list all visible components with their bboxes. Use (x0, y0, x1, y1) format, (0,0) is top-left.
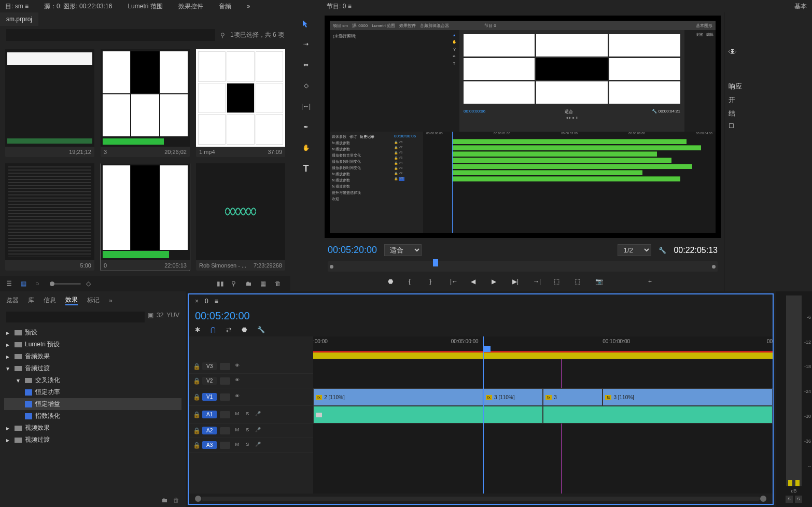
fx-yuv-icon[interactable]: YUV (166, 312, 179, 322)
record-icon[interactable]: 🎤 (254, 427, 261, 434)
thumb-size-slider[interactable] (50, 283, 81, 285)
icon-view-icon[interactable]: ▦ (21, 280, 30, 287)
razor-tool-icon[interactable]: ◇ (300, 80, 312, 91)
program-monitor[interactable]: 项目 sm源: 0000Lumetri 范围效果控件音频剪辑混合器 节目 0 基… (325, 16, 721, 238)
snap-icon[interactable]: ⋂ (211, 326, 219, 334)
mute-icon[interactable]: M (233, 411, 241, 418)
slip-tool-icon[interactable]: |↔| (300, 101, 312, 112)
lock-icon[interactable]: 🔒 (193, 411, 199, 418)
solo-icon[interactable]: S (244, 442, 251, 449)
settings-icon[interactable]: 🔧 (659, 247, 666, 254)
tab-library[interactable]: 库 (28, 296, 34, 305)
tab-audio[interactable]: 音频 (219, 2, 231, 11)
tree-node[interactable]: ▸视频过渡 (4, 434, 181, 446)
button-editor-icon[interactable]: + (648, 278, 657, 287)
project-search-input[interactable] (6, 29, 215, 41)
project-item[interactable]: Rob Simonsen - ...7:23:29268 (196, 163, 285, 271)
marker-icon[interactable]: ⬣ (242, 326, 250, 334)
search-icon[interactable]: ⚲ (220, 32, 225, 39)
tree-leaf[interactable]: 恒定功率 (4, 386, 181, 398)
export-frame-icon[interactable]: 📷 (595, 278, 605, 287)
tab-lumetri[interactable]: Lumetri 范围 (128, 2, 162, 11)
tree-node[interactable]: ▸音频效果 (4, 350, 181, 362)
program-scrubber[interactable] (328, 261, 718, 272)
solo-right-button[interactable]: S (795, 496, 802, 503)
program-timecode[interactable]: 00:05:20:00 (328, 245, 377, 256)
video-clip[interactable]: fx3 [110%] (483, 388, 543, 406)
pen-tool-icon[interactable]: ✒ (300, 121, 312, 133)
track-target[interactable]: V1 (202, 393, 217, 401)
close-sequence-icon[interactable]: × (195, 298, 199, 305)
video-clip[interactable]: fx3 [110%] (603, 388, 773, 406)
video-clip[interactable]: fx3 (543, 388, 603, 406)
track-target[interactable]: A2 (202, 427, 217, 434)
track-target[interactable]: A1 (202, 411, 217, 418)
project-item[interactable]: 022:05:13 (101, 163, 190, 271)
sync-lock-icon[interactable] (220, 442, 230, 449)
track-target[interactable]: A3 (202, 441, 217, 449)
tab-program[interactable]: 节目: 0 ≡ (327, 2, 352, 11)
extract-icon[interactable]: ⬚ (575, 278, 584, 287)
tree-node[interactable]: ▸预设 (4, 327, 181, 339)
more-icon[interactable]: » (109, 297, 113, 304)
eye-icon[interactable]: 👁 (233, 377, 241, 385)
tab-markers[interactable]: 标记 (87, 296, 100, 305)
tree-node[interactable]: ▸视频效果 (4, 422, 181, 434)
sync-lock-icon[interactable] (220, 411, 230, 418)
video-clip[interactable]: fx2 [110%] (313, 388, 483, 406)
sync-lock-icon[interactable] (220, 427, 230, 434)
project-item[interactable]: 320;26;02 (101, 49, 190, 157)
mark-out-icon[interactable]: } (429, 278, 439, 287)
solo-icon[interactable]: S (244, 411, 251, 418)
lock-icon[interactable]: 🔒 (193, 363, 199, 370)
tab-effects[interactable]: 效果 (65, 295, 78, 305)
resolution-select[interactable]: 1/2 (618, 244, 651, 256)
solo-icon[interactable]: S (244, 427, 251, 434)
play-icon[interactable]: ▶ (492, 278, 501, 287)
settings-icon[interactable]: 🔧 (257, 326, 265, 334)
project-item[interactable]: 1.mp437:09 (196, 49, 285, 157)
eye-icon[interactable]: 👁 (729, 48, 808, 57)
sync-lock-icon[interactable] (220, 363, 230, 370)
track-target[interactable]: V2 (202, 377, 217, 385)
project-tab[interactable]: sm.prproj (0, 12, 38, 26)
tree-leaf[interactable]: 恒定增益 (4, 398, 181, 410)
timeline-timecode[interactable]: 00:05:20:00 (195, 310, 250, 322)
linked-selection-icon[interactable]: ⇄ (226, 326, 234, 334)
delete-icon[interactable]: 🗑 (173, 497, 179, 504)
mute-icon[interactable]: M (233, 442, 241, 449)
tree-node[interactable]: ▸Lumetri 预设 (4, 339, 181, 350)
project-item[interactable]: 5:00 (5, 163, 94, 271)
new-item-icon[interactable]: ▦ (260, 280, 270, 287)
auto-match-icon[interactable]: ▮▮ (217, 280, 226, 287)
sync-lock-icon[interactable] (220, 393, 230, 401)
delete-icon[interactable]: 🗑 (275, 280, 284, 287)
new-bin-icon[interactable]: 🖿 (246, 280, 255, 287)
project-item[interactable]: 19;21;12 (5, 49, 94, 157)
track-target[interactable]: V3 (202, 362, 217, 370)
eye-icon[interactable]: 👁 (233, 363, 241, 370)
lock-icon[interactable]: 🔒 (193, 377, 199, 385)
zoom-fit-select[interactable]: 适合 (384, 244, 422, 256)
nest-icon[interactable]: ✱ (195, 326, 203, 334)
sync-lock-icon[interactable] (220, 377, 230, 385)
eye-icon[interactable]: 👁 (233, 393, 241, 401)
tab-info[interactable]: 信息 (44, 296, 56, 305)
lock-icon[interactable]: 🔒 (193, 442, 199, 449)
sequence-name[interactable]: 0 (205, 298, 208, 305)
sort-icon[interactable]: ◇ (86, 280, 95, 287)
hand-tool-icon[interactable]: ✋ (300, 142, 312, 153)
audio-clip[interactable] (543, 406, 773, 424)
mark-in-icon[interactable]: { (409, 278, 418, 287)
ripple-edit-tool-icon[interactable]: ⇔ (300, 59, 312, 71)
selection-tool-icon[interactable] (300, 18, 312, 29)
fx-badge-icon[interactable]: ▣ (148, 312, 153, 322)
fx-32-icon[interactable]: 32 (157, 312, 163, 322)
go-to-out-icon[interactable]: →| (533, 278, 542, 287)
program-playhead[interactable] (433, 259, 438, 266)
time-ruler[interactable]: :00:00 00:05:00:00 00:10:00:00 00 (313, 336, 773, 359)
more-tabs-icon[interactable]: » (247, 3, 250, 10)
step-back-icon[interactable]: ◀ (471, 278, 480, 287)
solo-left-button[interactable]: S (786, 496, 793, 503)
tab-project[interactable]: 目: sm ≡ (5, 2, 29, 11)
